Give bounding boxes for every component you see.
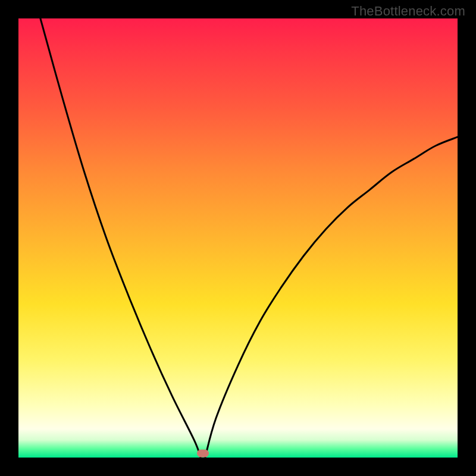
bottleneck-curve <box>18 18 458 458</box>
watermark-text: TheBottleneck.com <box>351 4 465 19</box>
optimum-marker <box>197 450 209 458</box>
plot-area <box>18 18 458 458</box>
chart-frame: TheBottleneck.com <box>0 0 476 476</box>
curve-left-branch <box>40 18 201 458</box>
curve-right-branch <box>205 137 458 458</box>
